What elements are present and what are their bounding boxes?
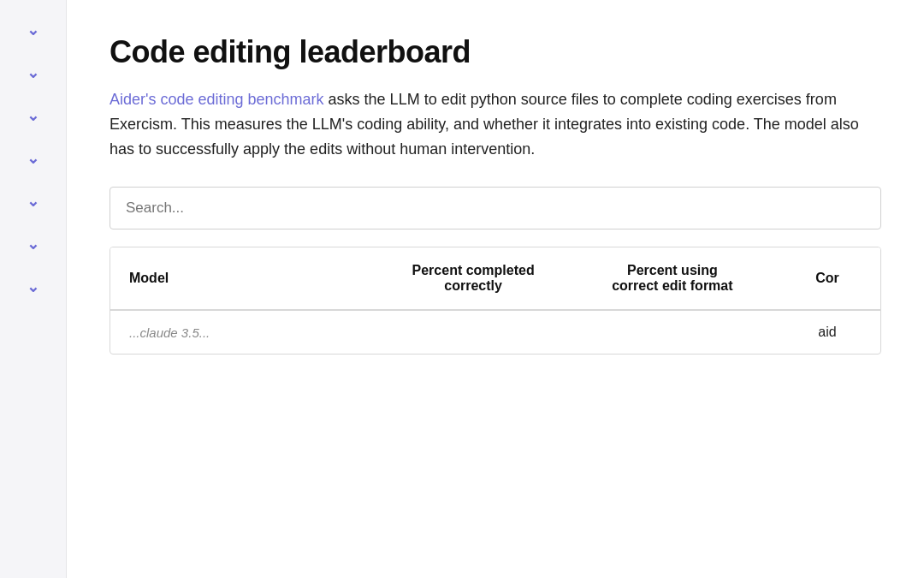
cell-model: ...claude 3.5... bbox=[110, 310, 376, 354]
table-header-row: Model Percent completedcorrectly Percent… bbox=[110, 247, 880, 310]
main-content: Code editing leaderboard Aider's code ed… bbox=[67, 0, 924, 578]
chevron-down-icon-1: ⌄ bbox=[27, 21, 39, 39]
sidebar-item-2[interactable]: ⌄ bbox=[0, 51, 66, 94]
cell-percent-completed bbox=[376, 310, 571, 354]
search-input[interactable] bbox=[110, 187, 881, 229]
chevron-down-icon-4: ⌄ bbox=[27, 149, 39, 168]
sidebar-item-4[interactable]: ⌄ bbox=[0, 137, 66, 180]
search-container bbox=[110, 187, 881, 229]
sidebar-item-7[interactable]: ⌄ bbox=[0, 265, 66, 308]
table-row: ...claude 3.5... aid bbox=[110, 310, 880, 354]
benchmark-link[interactable]: Aider's code editing benchmark bbox=[110, 91, 324, 108]
sidebar-item-3[interactable]: ⌄ bbox=[0, 94, 66, 137]
sidebar-item-5[interactable]: ⌄ bbox=[0, 180, 66, 223]
page-title: Code editing leaderboard bbox=[110, 34, 881, 70]
partial-model-text: ...claude 3.5... bbox=[129, 325, 357, 340]
chevron-down-icon-5: ⌄ bbox=[27, 192, 39, 211]
cell-percent-format bbox=[571, 310, 774, 354]
chevron-down-icon-7: ⌄ bbox=[27, 277, 39, 296]
cell-cor: aid bbox=[774, 310, 880, 354]
leaderboard-table: Model Percent completedcorrectly Percent… bbox=[110, 247, 880, 354]
column-header-model: Model bbox=[110, 247, 376, 310]
sidebar-item-1[interactable]: ⌄ bbox=[0, 9, 66, 51]
table-container: Model Percent completedcorrectly Percent… bbox=[110, 247, 881, 355]
sidebar: ⌄ ⌄ ⌄ ⌄ ⌄ ⌄ ⌄ bbox=[0, 0, 67, 578]
sidebar-item-6[interactable]: ⌄ bbox=[0, 223, 66, 265]
chevron-down-icon-6: ⌄ bbox=[27, 235, 39, 253]
column-header-cor: Cor bbox=[774, 247, 880, 310]
column-header-percent-format: Percent usingcorrect edit format bbox=[571, 247, 774, 310]
column-header-percent-completed: Percent completedcorrectly bbox=[376, 247, 571, 310]
chevron-down-icon-3: ⌄ bbox=[27, 106, 39, 125]
chevron-down-icon-2: ⌄ bbox=[27, 63, 39, 82]
description: Aider's code editing benchmark asks the … bbox=[110, 87, 881, 161]
